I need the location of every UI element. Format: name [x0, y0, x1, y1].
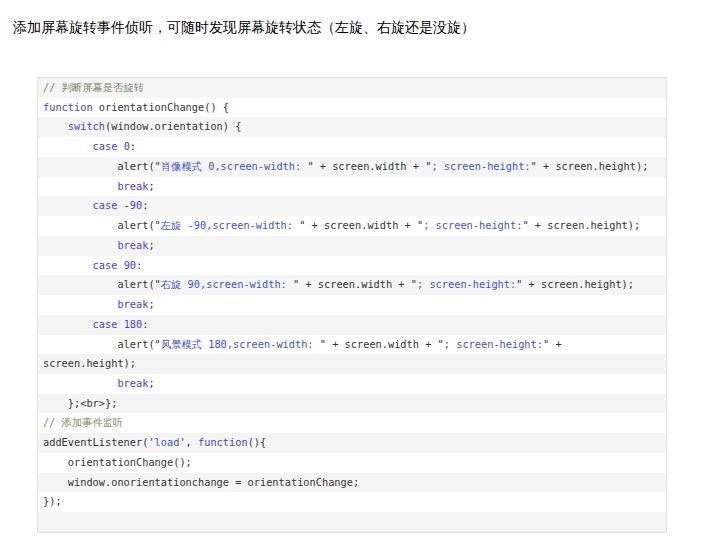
- code-token-keyword: break: [117, 180, 148, 192]
- code-token-plain: (){: [248, 436, 267, 448]
- code-token-plain: ',: [179, 436, 198, 448]
- code-token-string: load: [155, 436, 180, 448]
- code-token-keyword: break: [117, 239, 148, 251]
- code-token-plain: ;: [148, 180, 154, 192]
- code-line-12: break;: [38, 295, 666, 315]
- code-token-plain: " + screen.width + ": [293, 278, 417, 290]
- code-token-plain: " +: [543, 338, 562, 350]
- code-token-plain: [43, 180, 117, 192]
- code-token-string: 右旋 90,screen-width:: [161, 278, 293, 290]
- code-token-plain: [43, 199, 93, 211]
- code-line-10: case 90:: [38, 256, 666, 276]
- code-line-18: // 添加事件监听: [38, 413, 666, 433]
- code-token-plain: addEventListener(': [43, 436, 155, 448]
- code-token-plain: orientationChange();: [43, 456, 192, 468]
- code-token-keyword: function: [43, 101, 93, 113]
- code-token-plain: :: [142, 318, 148, 330]
- code-token-plain: -: [117, 199, 129, 211]
- code-token-keyword: switch: [68, 120, 105, 132]
- code-line-17: };<br>};: [38, 394, 666, 414]
- code-line-15: screen.height);: [38, 354, 666, 374]
- code-token-plain: screen.height);: [43, 357, 136, 369]
- code-line-11: alert("右旋 90,screen-width: " + screen.wi…: [38, 275, 666, 295]
- code-line-9: break;: [38, 236, 666, 256]
- code-token-keyword: function: [198, 436, 248, 448]
- code-token-plain: [43, 377, 117, 389]
- code-token-plain: [43, 298, 117, 310]
- code-token-string: 风景模式 180,screen-width:: [161, 338, 320, 350]
- code-token-number: 180: [124, 318, 143, 330]
- code-token-comment: // 判断屏幕是否旋转: [43, 81, 144, 93]
- code-token-plain: [43, 318, 93, 330]
- code-line-4: case 0:: [38, 137, 666, 157]
- code-token-plain: window.onorientationchange = orientation…: [43, 476, 359, 488]
- code-line-6: break;: [38, 177, 666, 197]
- code-line-14: alert("风景模式 180,screen-width: " + screen…: [38, 335, 666, 355]
- code-token-keyword: case: [93, 318, 118, 330]
- code-token-plain: [43, 140, 93, 152]
- code-line-23: [38, 512, 666, 532]
- code-token-plain: });: [43, 495, 62, 507]
- code-token-string: 肖像模式 0,screen-width:: [161, 160, 308, 172]
- code-token-plain: alert(": [43, 338, 161, 350]
- code-token-string: ; screen-height:: [431, 160, 530, 172]
- code-line-2: function orientationChange() {: [38, 98, 666, 118]
- code-line-20: orientationChange();: [38, 453, 666, 473]
- code-token-plain: " + screen.width + ": [320, 338, 444, 350]
- code-block: // 判断屏幕是否旋转function orientationChange() …: [37, 77, 667, 533]
- code-token-keyword: case: [93, 259, 118, 271]
- code-line-5: alert("肖像模式 0,screen-width: " + screen.w…: [38, 157, 666, 177]
- code-token-plain: };<br>};: [43, 397, 117, 409]
- code-line-21: window.onorientationchange = orientation…: [38, 473, 666, 493]
- code-line-8: alert("左旋 -90,screen-width: " + screen.w…: [38, 216, 666, 236]
- code-line-13: case 180:: [38, 315, 666, 335]
- code-token-plain: " + screen.width + ": [299, 219, 423, 231]
- code-token-plain: :: [142, 199, 148, 211]
- code-token-plain: ;: [148, 298, 154, 310]
- code-token-keyword: break: [117, 298, 148, 310]
- code-line-7: case -90:: [38, 196, 666, 216]
- code-line-22: });: [38, 492, 666, 512]
- code-token-plain: [43, 120, 68, 132]
- code-token-plain: [43, 239, 117, 251]
- code-token-number: 90: [130, 199, 142, 211]
- code-token-string: ; screen-height:: [423, 219, 522, 231]
- code-token-plain: alert(": [43, 160, 161, 172]
- code-token-keyword: case: [93, 199, 118, 211]
- code-token-number: 90: [124, 259, 136, 271]
- code-token-plain: ;: [148, 377, 154, 389]
- code-token-keyword: case: [93, 140, 118, 152]
- code-token-plain: orientationChange() {: [93, 101, 229, 113]
- code-token-plain: " + screen.height);: [522, 219, 640, 231]
- code-line-3: switch(window.orientation) {: [38, 117, 666, 137]
- code-line-16: break;: [38, 374, 666, 394]
- code-token-plain: " + screen.height);: [531, 160, 649, 172]
- page-title: 添加屏幕旋转事件侦听，可随时发现屏幕旋转状态（左旋、右旋还是没旋）: [13, 19, 475, 37]
- code-token-plain: :: [130, 140, 136, 152]
- code-token-plain: " + screen.width + ": [307, 160, 431, 172]
- code-token-comment: // 添加事件监听: [43, 416, 123, 428]
- code-token-plain: " + screen.height);: [516, 278, 634, 290]
- code-token-plain: (window.orientation) {: [105, 120, 241, 132]
- code-token-plain: alert(": [43, 219, 161, 231]
- code-line-1: // 判断屏幕是否旋转: [38, 78, 666, 98]
- code-line-19: addEventListener('load', function(){: [38, 433, 666, 453]
- code-token-plain: ;: [148, 239, 154, 251]
- code-token-plain: [43, 259, 93, 271]
- code-token-string: 左旋 -90,screen-width:: [161, 219, 299, 231]
- code-token-plain: :: [136, 259, 142, 271]
- code-token-string: ; screen-height:: [444, 338, 543, 350]
- code-token-plain: alert(": [43, 278, 161, 290]
- code-token-keyword: break: [117, 377, 148, 389]
- code-token-string: ; screen-height:: [417, 278, 516, 290]
